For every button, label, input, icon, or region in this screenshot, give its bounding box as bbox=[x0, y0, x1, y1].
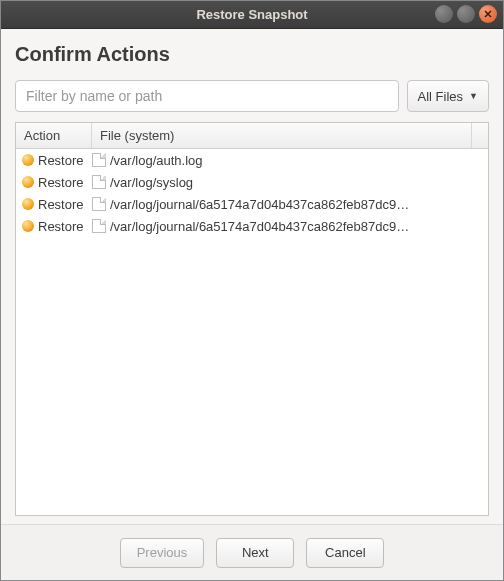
file-filter-dropdown[interactable]: All Files ▼ bbox=[407, 80, 489, 112]
status-dot-icon bbox=[22, 154, 34, 166]
cell-file: /var/log/auth.log bbox=[92, 153, 482, 168]
action-label: Restore bbox=[38, 175, 84, 190]
status-dot-icon bbox=[22, 198, 34, 210]
cell-action: Restore bbox=[22, 175, 92, 190]
filter-input[interactable] bbox=[15, 80, 399, 112]
action-label: Restore bbox=[38, 197, 84, 212]
actions-table: Action File (system) Restore /var/log/au… bbox=[15, 122, 489, 516]
content-area: Confirm Actions All Files ▼ Action File … bbox=[1, 29, 503, 524]
chevron-down-icon: ▼ bbox=[469, 91, 478, 101]
next-button[interactable]: Next bbox=[216, 538, 294, 568]
window-controls bbox=[435, 5, 497, 23]
cell-file: /var/log/journal/6a5174a7d04b437ca862feb… bbox=[92, 197, 482, 212]
col-spacer bbox=[472, 123, 488, 148]
cell-action: Restore bbox=[22, 197, 92, 212]
status-dot-icon bbox=[22, 220, 34, 232]
file-icon bbox=[92, 153, 106, 167]
table-body[interactable]: Restore /var/log/auth.log Restore /var/l… bbox=[16, 149, 488, 515]
window: Restore Snapshot Confirm Actions All Fil… bbox=[0, 0, 504, 581]
cancel-button[interactable]: Cancel bbox=[306, 538, 384, 568]
table-row[interactable]: Restore /var/log/journal/6a5174a7d04b437… bbox=[16, 193, 488, 215]
minimize-icon[interactable] bbox=[435, 5, 453, 23]
cell-action: Restore bbox=[22, 219, 92, 234]
action-label: Restore bbox=[38, 153, 84, 168]
file-path: /var/log/auth.log bbox=[110, 153, 203, 168]
table-row[interactable]: Restore /var/log/auth.log bbox=[16, 149, 488, 171]
page-heading: Confirm Actions bbox=[15, 43, 489, 66]
file-icon bbox=[92, 197, 106, 211]
table-row[interactable]: Restore /var/log/syslog bbox=[16, 171, 488, 193]
file-path: /var/log/journal/6a5174a7d04b437ca862feb… bbox=[110, 197, 409, 212]
footer: Previous Next Cancel bbox=[1, 524, 503, 580]
filter-row: All Files ▼ bbox=[15, 80, 489, 112]
titlebar: Restore Snapshot bbox=[1, 1, 503, 29]
close-icon[interactable] bbox=[479, 5, 497, 23]
status-dot-icon bbox=[22, 176, 34, 188]
action-label: Restore bbox=[38, 219, 84, 234]
dropdown-label: All Files bbox=[418, 89, 464, 104]
file-path: /var/log/syslog bbox=[110, 175, 193, 190]
previous-button[interactable]: Previous bbox=[120, 538, 205, 568]
col-file[interactable]: File (system) bbox=[92, 123, 472, 148]
cell-file: /var/log/journal/6a5174a7d04b437ca862feb… bbox=[92, 219, 482, 234]
cell-action: Restore bbox=[22, 153, 92, 168]
table-row[interactable]: Restore /var/log/journal/6a5174a7d04b437… bbox=[16, 215, 488, 237]
file-icon bbox=[92, 175, 106, 189]
maximize-icon[interactable] bbox=[457, 5, 475, 23]
window-title: Restore Snapshot bbox=[196, 7, 307, 22]
cell-file: /var/log/syslog bbox=[92, 175, 482, 190]
col-action[interactable]: Action bbox=[16, 123, 92, 148]
table-header: Action File (system) bbox=[16, 123, 488, 149]
file-icon bbox=[92, 219, 106, 233]
file-path: /var/log/journal/6a5174a7d04b437ca862feb… bbox=[110, 219, 409, 234]
